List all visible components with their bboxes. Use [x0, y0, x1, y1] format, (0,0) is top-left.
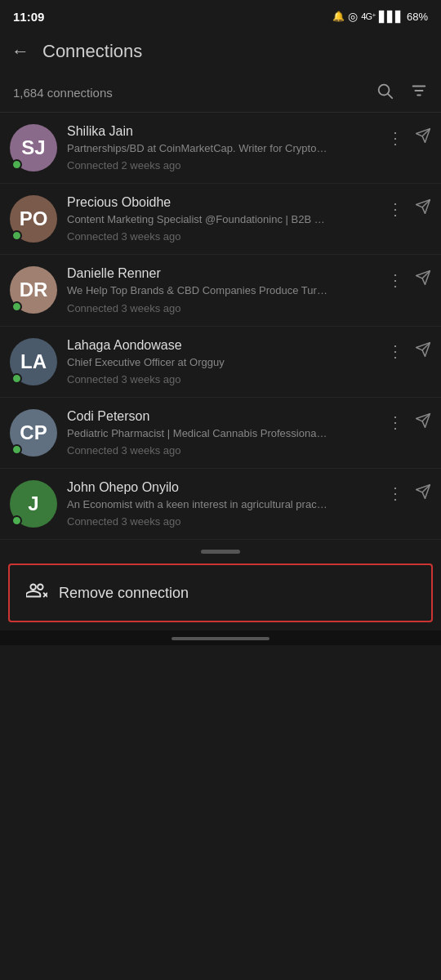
send-icon	[415, 270, 431, 286]
connection-name: Codi Peterson	[67, 409, 387, 424]
more-options-button[interactable]: ⋮	[387, 201, 403, 217]
count-actions	[376, 82, 428, 104]
online-indicator	[11, 444, 22, 455]
connection-info: Codi Peterson Pediatric Pharmacist | Med…	[67, 409, 387, 457]
bottom-nav	[0, 630, 441, 645]
connection-name: Danielle Renner	[67, 266, 387, 281]
connection-actions: ⋮	[387, 409, 431, 433]
send-message-button[interactable]	[415, 127, 431, 148]
bottom-handle	[201, 550, 240, 554]
avatar-wrap: J	[10, 480, 57, 528]
connection-info: Shilika Jain Partnerships/BD at CoinMark…	[67, 124, 387, 172]
count-bar: 1,684 connections	[0, 74, 441, 113]
remove-connection-icon	[26, 580, 47, 606]
status-bar: 11:09 🔔 ◎ 4G⁺ ▋▋▋ 68%	[0, 0, 441, 29]
connection-time: Connected 2 weeks ago	[67, 159, 387, 172]
connection-actions: ⋮	[387, 195, 431, 219]
avatar-initial: SJ	[21, 136, 45, 159]
connection-info: Danielle Renner We Help Top Brands & CBD…	[67, 266, 387, 314]
battery-icon: 68%	[407, 11, 428, 23]
connection-time: Connected 3 weeks ago	[67, 444, 387, 457]
connection-item[interactable]: LA Lahaga Aondowase Chief Executive Offi…	[0, 327, 441, 398]
status-time: 11:09	[13, 10, 44, 24]
avatar-wrap: PO	[10, 195, 57, 243]
connection-item[interactable]: CP Codi Peterson Pediatric Pharmacist | …	[0, 398, 441, 469]
connection-name: Precious Oboidhe	[67, 195, 387, 210]
online-indicator	[11, 159, 22, 170]
connection-list: SJ Shilika Jain Partnerships/BD at CoinM…	[0, 113, 441, 540]
connection-count: 1,684 connections	[13, 86, 113, 100]
remove-connection-button[interactable]: Remove connection	[8, 564, 433, 622]
avatar-initial: PO	[20, 207, 48, 230]
more-options-button[interactable]: ⋮	[387, 485, 403, 501]
connection-item[interactable]: SJ Shilika Jain Partnerships/BD at CoinM…	[0, 113, 441, 184]
send-message-button[interactable]	[415, 270, 431, 290]
svg-line-1	[388, 94, 392, 98]
connection-info: Lahaga Aondowase Chief Executive Officer…	[67, 338, 387, 385]
send-icon	[415, 198, 431, 215]
avatar-initial: DR	[20, 278, 48, 301]
online-indicator	[11, 230, 22, 241]
send-message-button[interactable]	[415, 341, 431, 362]
send-icon	[415, 412, 431, 429]
connection-name: John Ohepo Onyilo	[67, 480, 387, 495]
online-indicator	[11, 515, 22, 526]
send-icon	[415, 127, 431, 144]
connection-actions: ⋮	[387, 124, 431, 148]
remove-connection-label: Remove connection	[59, 585, 189, 602]
avatar-initial: J	[28, 492, 38, 515]
more-options-button[interactable]: ⋮	[387, 343, 403, 359]
status-icons: 🔔 ◎ 4G⁺ ▋▋▋ 68%	[332, 10, 428, 23]
filter-button[interactable]	[410, 82, 428, 104]
online-indicator	[11, 301, 22, 312]
connection-info: John Ohepo Onyilo An Economist with a ke…	[67, 480, 387, 528]
connection-item[interactable]: DR Danielle Renner We Help Top Brands & …	[0, 255, 441, 326]
avatar-initial: LA	[20, 350, 47, 373]
avatar-wrap: LA	[10, 338, 57, 385]
send-message-button[interactable]	[415, 412, 431, 433]
connection-title: An Economist with a keen interest in agr…	[67, 497, 328, 512]
send-icon	[415, 341, 431, 358]
nav-handle	[172, 637, 270, 640]
page-title: Connections	[42, 41, 142, 62]
filter-icon	[410, 82, 428, 100]
connection-actions: ⋮	[387, 480, 431, 504]
connection-name: Shilika Jain	[67, 124, 387, 139]
connection-title: We Help Top Brands & CBD Companies Produ…	[67, 283, 328, 298]
avatar-wrap: CP	[10, 409, 57, 457]
connection-time: Connected 3 weeks ago	[67, 302, 387, 314]
avatar-wrap: SJ	[10, 124, 57, 172]
connection-item[interactable]: J John Ohepo Onyilo An Economist with a …	[0, 469, 441, 540]
search-button[interactable]	[376, 82, 394, 104]
connection-title: Pediatric Pharmacist | Medical Cannabis …	[67, 426, 328, 441]
alarm-icon: 🔔	[332, 11, 345, 22]
back-button[interactable]: ←	[8, 38, 33, 65]
connection-item[interactable]: PO Precious Oboidhe Content Marketing Sp…	[0, 184, 441, 255]
more-options-button[interactable]: ⋮	[387, 414, 403, 430]
search-icon	[376, 82, 394, 100]
bottom-handle-area	[0, 540, 441, 560]
connection-actions: ⋮	[387, 338, 431, 362]
signal-icon: 4G⁺	[361, 11, 376, 22]
wifi-bars-icon: ▋▋▋	[379, 11, 403, 23]
more-options-button[interactable]: ⋮	[387, 272, 403, 288]
connection-info: Precious Oboidhe Content Marketing Speci…	[67, 195, 387, 243]
connection-actions: ⋮	[387, 266, 431, 290]
send-message-button[interactable]	[415, 483, 431, 504]
connection-time: Connected 3 weeks ago	[67, 373, 387, 385]
avatar-wrap: DR	[10, 266, 57, 314]
connection-title: Partnerships/BD at CoinMarketCap. Writer…	[67, 141, 328, 156]
connection-name: Lahaga Aondowase	[67, 338, 387, 353]
more-options-button[interactable]: ⋮	[387, 130, 403, 146]
connection-time: Connected 3 weeks ago	[67, 515, 387, 528]
connection-time: Connected 3 weeks ago	[67, 230, 387, 243]
location-icon: ◎	[348, 10, 358, 23]
connection-title: Content Marketing Specialist @Foundation…	[67, 212, 328, 227]
send-message-button[interactable]	[415, 198, 431, 219]
header: ← Connections	[0, 29, 441, 74]
online-indicator	[11, 373, 22, 384]
connection-title: Chief Executive Officer at Orgguy	[67, 355, 328, 370]
avatar-initial: CP	[20, 421, 47, 444]
send-icon	[415, 483, 431, 500]
